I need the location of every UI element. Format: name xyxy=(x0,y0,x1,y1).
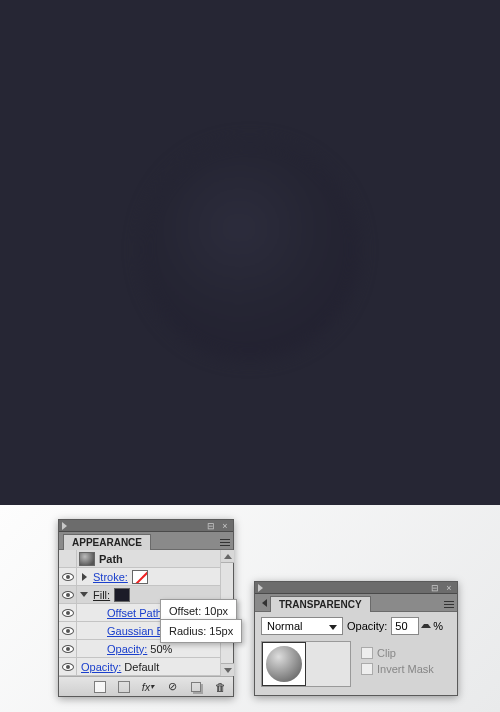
trash-icon[interactable]: 🗑 xyxy=(211,680,229,694)
close-icon[interactable]: × xyxy=(443,583,455,593)
collapse-icon[interactable] xyxy=(80,592,88,597)
workspace-area: ⊟ × APPEARANCE Path xyxy=(0,505,500,712)
opacity-input[interactable]: 50 xyxy=(391,617,419,635)
blend-mode-dropdown[interactable]: Normal xyxy=(261,617,343,635)
tab-strip: TRANSPARENCY xyxy=(255,594,457,612)
collapse-icon[interactable] xyxy=(62,522,67,530)
visibility-icon[interactable] xyxy=(62,573,74,581)
path-label: Path xyxy=(99,553,123,565)
canvas-artboard xyxy=(0,0,500,505)
tooltip-radius: Radius: 15px xyxy=(160,619,242,643)
tab-transparency[interactable]: TRANSPARENCY xyxy=(270,596,371,612)
panel-menu-icon[interactable] xyxy=(217,535,233,549)
chevron-down-icon xyxy=(329,625,337,630)
visibility-icon[interactable] xyxy=(62,627,74,635)
panel-titlebar[interactable]: ⊟ × xyxy=(59,520,233,532)
fill-label: Fill: xyxy=(93,589,110,601)
scroll-up-icon[interactable] xyxy=(221,550,234,563)
scroll-down-icon[interactable] xyxy=(221,663,234,676)
tab-appearance[interactable]: APPEARANCE xyxy=(63,534,151,550)
sphere-shape xyxy=(140,140,360,360)
visibility-icon[interactable] xyxy=(62,663,74,671)
transparency-body: Normal Opacity: 50 % xyxy=(255,612,457,695)
expand-icon[interactable] xyxy=(82,573,87,581)
tab-strip: APPEARANCE xyxy=(59,532,233,550)
cycle-icon[interactable] xyxy=(262,599,267,607)
opacity-label: Opacity: xyxy=(347,620,387,632)
sphere-thumb-icon xyxy=(266,646,302,682)
clip-checkbox xyxy=(361,647,373,659)
opacity-value: Default xyxy=(124,661,159,673)
new-stroke-icon[interactable] xyxy=(115,680,133,694)
appearance-footer: fx▾ ⊘ 🗑 xyxy=(59,676,233,696)
opacity-unit: % xyxy=(433,620,443,632)
clip-label: Clip xyxy=(377,647,396,659)
visibility-icon[interactable] xyxy=(62,591,74,599)
mask-thumb[interactable] xyxy=(306,642,350,686)
spin-up-icon[interactable] xyxy=(421,624,431,628)
clear-icon[interactable]: ⊘ xyxy=(163,680,181,694)
row-stroke[interactable]: Stroke: xyxy=(59,568,220,586)
stroke-label[interactable]: Stroke: xyxy=(93,571,128,583)
fx-icon[interactable]: fx▾ xyxy=(139,680,157,694)
visibility-icon[interactable] xyxy=(62,609,74,617)
object-thumb[interactable] xyxy=(262,642,306,686)
blend-mode-value: Normal xyxy=(267,620,302,632)
row-opacity-default[interactable]: Opacity: Default xyxy=(59,658,220,676)
fill-swatch[interactable] xyxy=(114,588,130,602)
opacity-spinner[interactable] xyxy=(421,617,431,635)
close-icon[interactable]: × xyxy=(219,521,231,531)
visibility-icon[interactable] xyxy=(62,645,74,653)
invert-checkbox-row: Invert Mask xyxy=(361,663,434,675)
stroke-swatch-none[interactable] xyxy=(132,570,148,584)
invert-checkbox xyxy=(361,663,373,675)
opacity-label[interactable]: Opacity: xyxy=(81,661,121,673)
invert-label: Invert Mask xyxy=(377,663,434,675)
mask-thumbnails xyxy=(261,641,351,687)
row-path[interactable]: Path xyxy=(59,550,220,568)
minimize-icon[interactable]: ⊟ xyxy=(429,583,441,593)
fill-opacity-label[interactable]: Opacity: xyxy=(107,643,147,655)
collapse-icon[interactable] xyxy=(258,584,263,592)
panel-titlebar[interactable]: ⊟ × xyxy=(255,582,457,594)
panel-menu-icon[interactable] xyxy=(441,597,457,611)
fill-opacity-value: 50% xyxy=(150,643,172,655)
transparency-panel: ⊟ × TRANSPARENCY Normal Opacity: 50 xyxy=(254,581,458,696)
minimize-icon[interactable]: ⊟ xyxy=(205,521,217,531)
duplicate-icon[interactable] xyxy=(187,680,205,694)
new-fill-icon[interactable] xyxy=(91,680,109,694)
offset-path-link[interactable]: Offset Path xyxy=(107,607,162,619)
clip-checkbox-row: Clip xyxy=(361,647,434,659)
path-thumb-icon xyxy=(79,552,95,566)
